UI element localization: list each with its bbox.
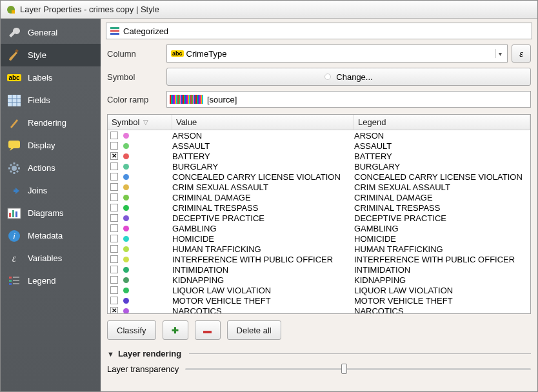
row-value: NARCOTICS xyxy=(172,306,354,315)
sidebar-item-display[interactable]: Display xyxy=(1,134,101,157)
row-legend: HOMICIDE xyxy=(354,234,530,244)
svg-rect-1 xyxy=(12,10,15,14)
sidebar-item-general[interactable]: General xyxy=(1,21,101,44)
row-value: ARSON xyxy=(172,131,354,141)
sidebar-item-joins[interactable]: Joins xyxy=(1,179,101,202)
symbol-swatch xyxy=(123,205,129,211)
sidebar-item-labels[interactable]: abcLabels xyxy=(1,66,101,89)
row-checkbox[interactable] xyxy=(110,255,118,263)
table-row[interactable]: DECEPTIVE PRACTICEDECEPTIVE PRACTICE xyxy=(108,213,530,223)
row-checkbox[interactable] xyxy=(110,132,118,139)
transparency-slider[interactable] xyxy=(185,362,531,375)
row-value: DECEPTIVE PRACTICE xyxy=(172,213,354,223)
join-icon xyxy=(7,184,21,198)
delete-all-button[interactable]: Delete all xyxy=(227,320,281,340)
chart-icon xyxy=(7,206,21,220)
table-row[interactable]: ASSAULTASSAULT xyxy=(108,141,530,151)
symbol-swatch xyxy=(123,308,129,314)
row-checkbox[interactable] xyxy=(110,173,118,181)
sidebar-item-diagrams[interactable]: Diagrams xyxy=(1,202,101,224)
category-table: Symbol ▽ Value Legend ARSONARSONASSAULTA… xyxy=(107,114,531,314)
row-legend: LIQUOR LAW VIOLATION xyxy=(354,286,530,295)
table-row[interactable]: INTERFERENCE WITH PUBLIC OFFICERINTERFER… xyxy=(108,254,530,264)
row-checkbox[interactable] xyxy=(110,235,118,242)
table-row[interactable]: ARSONARSON xyxy=(108,130,530,141)
row-checkbox[interactable] xyxy=(110,297,118,304)
row-checkbox[interactable] xyxy=(110,214,118,222)
table-row[interactable]: BURGLARYBURGLARY xyxy=(108,161,530,172)
table-row[interactable]: LIQUOR LAW VIOLATIONLIQUOR LAW VIOLATION xyxy=(108,285,530,295)
row-checkbox[interactable] xyxy=(110,286,118,294)
row-value: CRIMINAL TRESPASS xyxy=(172,203,354,213)
svg-rect-7 xyxy=(9,213,11,217)
sidebar-item-label: Fields xyxy=(28,95,50,105)
svg-rect-12 xyxy=(9,277,12,279)
table-row[interactable]: INTIMIDATIONINTIMIDATION xyxy=(108,264,530,275)
symbol-swatch xyxy=(123,257,129,262)
classify-button[interactable]: Classify xyxy=(107,320,156,340)
svg-rect-4 xyxy=(8,141,20,148)
table-row[interactable]: GAMBLINGGAMBLING xyxy=(108,223,530,233)
table-row[interactable]: HUMAN TRAFFICKINGHUMAN TRAFFICKING xyxy=(108,244,530,254)
row-checkbox[interactable]: ✕ xyxy=(110,152,118,160)
column-dropdown[interactable]: abc CrimeType ▾ xyxy=(166,44,508,63)
row-checkbox[interactable] xyxy=(110,162,118,170)
sidebar-item-style[interactable]: Style xyxy=(1,44,101,66)
svg-rect-14 xyxy=(9,283,12,285)
table-row[interactable]: CRIMINAL DAMAGECRIMINAL DAMAGE xyxy=(108,192,530,202)
sidebar-item-actions[interactable]: Actions xyxy=(1,157,101,179)
symbol-swatch xyxy=(123,246,129,252)
table-row[interactable]: CRIMINAL TRESPASSCRIMINAL TRESPASS xyxy=(108,202,530,213)
row-checkbox[interactable] xyxy=(110,193,118,201)
row-checkbox[interactable]: ✕ xyxy=(110,307,118,314)
sidebar-item-variables[interactable]: εVariables xyxy=(1,247,101,270)
row-legend: INTERFERENCE WITH PUBLIC OFFICER xyxy=(354,255,530,264)
row-legend: GAMBLING xyxy=(354,224,530,233)
renderer-type-label: Categorized xyxy=(123,26,168,36)
header-value[interactable]: Value xyxy=(172,115,354,130)
row-value: INTERFERENCE WITH PUBLIC OFFICER xyxy=(172,255,354,264)
sidebar-item-label: Labels xyxy=(28,73,52,83)
sidebar-item-metadata[interactable]: iMetadata xyxy=(1,224,101,247)
table-row[interactable]: ✕NARCOTICSNARCOTICS xyxy=(108,306,530,314)
svg-rect-9 xyxy=(15,211,17,217)
slider-thumb[interactable] xyxy=(341,364,347,374)
row-checkbox[interactable] xyxy=(110,245,118,253)
minus-icon: ▬ xyxy=(203,326,212,335)
table-row[interactable]: CONCEALED CARRY LICENSE VIOLATIONCONCEAL… xyxy=(108,172,530,182)
row-checkbox[interactable] xyxy=(110,276,118,284)
table-row[interactable]: KIDNAPPINGKIDNAPPING xyxy=(108,275,530,285)
sidebar-item-fields[interactable]: Fields xyxy=(1,89,101,112)
sidebar-item-legend[interactable]: Legend xyxy=(1,270,101,292)
color-ramp-text: [source] xyxy=(207,95,237,104)
row-checkbox[interactable] xyxy=(110,224,118,232)
layer-rendering-title: Layer rendering xyxy=(118,349,181,358)
table-row[interactable]: ✕BATTERYBATTERY xyxy=(108,151,530,161)
wrench-icon xyxy=(7,26,21,40)
table-row[interactable]: CRIM SEXUAL ASSAULTCRIM SEXUAL ASSAULT xyxy=(108,182,530,192)
sidebar-item-rendering[interactable]: Rendering xyxy=(1,112,101,134)
renderer-type-dropdown[interactable]: Categorized xyxy=(106,23,532,39)
row-checkbox[interactable] xyxy=(110,142,118,150)
header-legend[interactable]: Legend xyxy=(354,115,530,130)
row-checkbox[interactable] xyxy=(110,266,118,273)
column-value: CrimeType xyxy=(186,49,227,59)
row-checkbox[interactable] xyxy=(110,204,118,211)
symbol-change-button[interactable]: Change... xyxy=(166,68,531,86)
add-category-button[interactable]: ✚ xyxy=(163,320,188,340)
table-row[interactable]: HOMICIDEHOMICIDE xyxy=(108,233,530,244)
color-ramp-dropdown[interactable]: [source] xyxy=(166,91,531,108)
sidebar-item-label: General xyxy=(28,28,57,37)
layer-rendering-section[interactable]: ▼ Layer rendering xyxy=(107,349,531,358)
row-checkbox[interactable] xyxy=(110,183,118,191)
symbol-swatch xyxy=(123,164,129,170)
table-row[interactable]: MOTOR VEHICLE THEFTMOTOR VEHICLE THEFT xyxy=(108,295,530,306)
expression-button[interactable]: ε xyxy=(512,44,531,63)
header-symbol[interactable]: Symbol ▽ xyxy=(108,115,172,130)
row-legend: ASSAULT xyxy=(354,141,530,151)
symbol-swatch xyxy=(123,143,129,149)
gear-icon xyxy=(7,161,21,175)
remove-category-button[interactable]: ▬ xyxy=(195,320,221,340)
field-type-badge: abc xyxy=(171,50,184,57)
symbol-swatch xyxy=(123,153,129,159)
